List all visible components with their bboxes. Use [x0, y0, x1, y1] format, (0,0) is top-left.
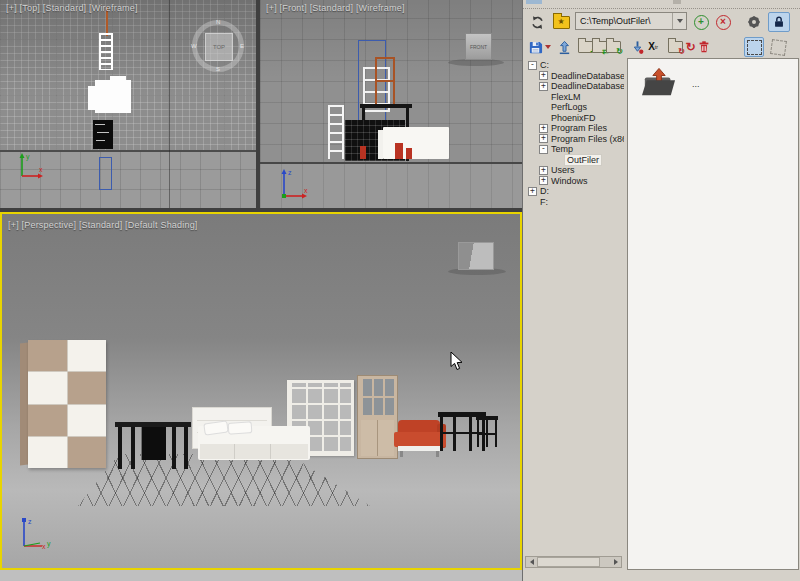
svg-text:y: y: [47, 540, 51, 548]
ladder-object-top[interactable]: [99, 33, 113, 70]
favorites-button[interactable]: ★: [550, 12, 572, 32]
refresh-icon: [530, 15, 545, 30]
marquee-rotate-button[interactable]: [768, 37, 788, 57]
settings-button[interactable]: [743, 12, 765, 32]
tree-item[interactable]: FlexLM: [525, 92, 624, 103]
tree-item[interactable]: PerfLogs: [525, 102, 624, 113]
upload-button[interactable]: [554, 37, 574, 57]
cycle-badge-icon: ↻: [616, 48, 623, 56]
tree-item[interactable]: +DeadlineDatabase1: [525, 71, 624, 82]
blue-wireframe-object-topview[interactable]: [99, 157, 112, 190]
tree-item-temp[interactable]: -Temp: [525, 144, 624, 155]
ladder-frontview[interactable]: [328, 105, 344, 159]
scroll-right-button[interactable]: [610, 557, 621, 567]
tree-horizontal-scrollbar[interactable]: [525, 556, 622, 568]
remove-path-button[interactable]: ×: [713, 12, 733, 32]
red-object-frontview[interactable]: [406, 148, 412, 159]
expand-box-icon[interactable]: +: [539, 166, 548, 175]
bed-object[interactable]: [192, 407, 312, 462]
path-value[interactable]: C:\Temp\OutFiler\: [576, 16, 672, 26]
white-furniture-topview[interactable]: [95, 80, 131, 113]
compass-south: S: [216, 66, 220, 72]
tree-item[interactable]: +Windows: [525, 176, 624, 187]
path-combobox[interactable]: C:\Temp\OutFiler\: [575, 12, 687, 30]
tree-item-f-drive[interactable]: F:: [525, 197, 624, 208]
white-furniture-topview[interactable]: [88, 86, 97, 110]
star-icon: ★: [557, 18, 564, 26]
download-arrow-icon: [630, 40, 645, 55]
tree-item-d-drive[interactable]: +D:: [525, 186, 624, 197]
xref-button[interactable]: Xtr: [645, 37, 661, 57]
white-furniture-topview[interactable]: [110, 76, 126, 82]
gear-icon: [746, 14, 762, 30]
desk-object[interactable]: [115, 422, 191, 468]
save-dropdown-button[interactable]: [543, 37, 552, 57]
expand-box-icon[interactable]: +: [539, 82, 548, 91]
favorites-folder-icon: ★: [553, 16, 570, 29]
expand-box-icon[interactable]: +: [539, 71, 548, 80]
tree-item-c-drive[interactable]: -C:: [525, 60, 624, 71]
viewcube-face-label[interactable]: TOP: [205, 33, 233, 61]
tree-item[interactable]: +Program Files (x86): [525, 134, 624, 145]
folder-icon: ↻: [668, 41, 683, 53]
directory-tree: -C: +DeadlineDatabase1 +DeadlineDatabase…: [525, 60, 624, 554]
bottom-strip: [0, 570, 522, 581]
compass-west: W: [191, 43, 197, 49]
expand-box-icon[interactable]: +: [528, 187, 537, 196]
scroll-left-button[interactable]: [526, 557, 537, 567]
refresh-button[interactable]: [527, 12, 547, 32]
viewcube-shadow: [448, 59, 504, 66]
dark-wireframe-object-topview[interactable]: [93, 120, 113, 149]
viewport-front[interactable]: [+] [Front] [Standard] [Wireframe] FRONT…: [260, 0, 522, 208]
viewport-perspective-label[interactable]: [+] [Perspective] [Standard] [Default Sh…: [8, 220, 198, 230]
bed-frontview[interactable]: [383, 127, 449, 159]
tree-item[interactable]: +Program Files: [525, 123, 624, 134]
tree-item[interactable]: +DeadlineDatabase8: [525, 81, 624, 92]
chevron-down-icon: [545, 45, 551, 49]
collapse-box-icon[interactable]: -: [539, 145, 548, 154]
viewport-top-label[interactable]: [+] [Top] [Standard] [Wireframe]: [6, 3, 138, 13]
tree-item[interactable]: PhoenixFD: [525, 113, 624, 124]
add-path-button[interactable]: +: [691, 12, 711, 32]
viewcube-front[interactable]: FRONT: [465, 33, 492, 60]
pillow: [228, 421, 253, 435]
delete-button[interactable]: [696, 37, 712, 57]
viewport-perspective[interactable]: [+] [Perspective] [Standard] [Default Sh…: [0, 212, 522, 570]
download-button[interactable]: [628, 37, 646, 57]
expand-box-icon[interactable]: +: [539, 124, 548, 133]
axis-tripod-perspective: z x y: [14, 512, 60, 556]
tree-item[interactable]: +Users: [525, 165, 624, 176]
viewport-front-label[interactable]: [+] [Front] [Standard] [Wireframe]: [266, 3, 405, 13]
save-button[interactable]: [526, 37, 544, 57]
screen: [+] [Top] [Standard] [Wireframe] TOP N S…: [0, 0, 800, 581]
expand-box-icon[interactable]: +: [539, 134, 548, 143]
red-object-frontview[interactable]: [395, 143, 403, 159]
orange-frame-frontview[interactable]: [375, 57, 395, 108]
path-dropdown-button[interactable]: [672, 13, 686, 29]
collapse-box-icon[interactable]: -: [528, 61, 537, 70]
wardrobe-object[interactable]: [20, 340, 106, 468]
cropped-toolbar-sliver: [523, 0, 800, 9]
compass-north: N: [216, 19, 220, 25]
copy-cycle-button[interactable]: ↻: [605, 37, 622, 57]
expand-box-icon[interactable]: +: [539, 176, 548, 185]
red-object-frontview[interactable]: [360, 146, 366, 159]
viewcube-top[interactable]: TOP N S W E: [192, 20, 244, 72]
svg-text:y: y: [26, 153, 30, 161]
viewcube-perspective[interactable]: [458, 242, 494, 270]
scrollbar-thumb[interactable]: [537, 557, 600, 567]
viewport-top[interactable]: [+] [Top] [Standard] [Wireframe] TOP N S…: [0, 0, 256, 208]
cabinet-object[interactable]: [357, 375, 398, 459]
lock-icon: [772, 15, 786, 29]
table-frontview[interactable]: [360, 104, 412, 108]
cabinet-glass-doors: [361, 379, 394, 417]
marquee-select-button[interactable]: [744, 37, 764, 57]
file-list[interactable]: ...: [627, 58, 799, 570]
parent-directory-label[interactable]: ...: [692, 79, 700, 89]
lock-button[interactable]: [768, 12, 790, 32]
tree-item-outfiler-selected[interactable]: OutFiler: [525, 155, 624, 166]
mouse-cursor: [450, 352, 463, 371]
stool-object[interactable]: [476, 416, 498, 448]
parent-directory-item[interactable]: ...: [640, 67, 700, 101]
triangle-right-icon: [614, 559, 618, 565]
